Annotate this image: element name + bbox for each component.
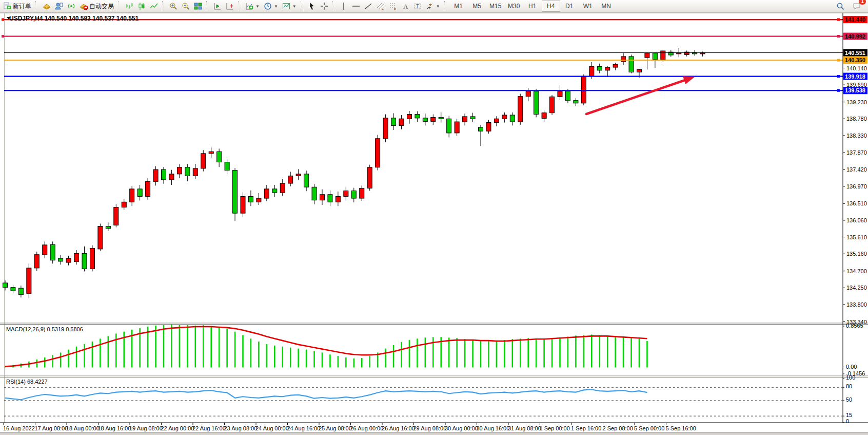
candle[interactable]	[605, 67, 610, 70]
chevron-down-icon[interactable]: ▼	[255, 4, 260, 9]
candle[interactable]	[193, 168, 198, 176]
timeframe-h4[interactable]: H4	[542, 1, 560, 12]
timeframe-mn[interactable]: MN	[597, 1, 616, 12]
candle[interactable]	[542, 113, 546, 119]
candle[interactable]	[494, 119, 499, 122]
candle[interactable]	[550, 97, 555, 112]
fibonacci-button[interactable]: F	[387, 1, 399, 12]
candle[interactable]	[486, 123, 491, 131]
candle[interactable]	[645, 53, 649, 58]
candle[interactable]	[185, 167, 190, 176]
candle[interactable]	[18, 288, 23, 294]
candle[interactable]	[312, 187, 317, 200]
candle[interactable]	[280, 183, 285, 193]
candle[interactable]	[597, 67, 602, 70]
candle[interactable]	[162, 169, 166, 180]
bar-chart-button[interactable]	[123, 1, 135, 12]
candle[interactable]	[589, 67, 594, 77]
candle[interactable]	[391, 118, 396, 126]
candle[interactable]	[272, 189, 277, 193]
candle[interactable]	[518, 97, 523, 122]
candle[interactable]	[621, 56, 626, 62]
candle[interactable]	[304, 174, 309, 187]
candle[interactable]	[360, 188, 364, 198]
candle[interactable]	[233, 171, 238, 214]
chevron-down-icon[interactable]: ▼	[274, 4, 278, 9]
candle[interactable]	[320, 195, 325, 200]
candle[interactable]	[629, 56, 634, 72]
candle[interactable]	[558, 91, 562, 97]
candle[interactable]	[114, 207, 119, 225]
candle[interactable]	[257, 198, 261, 202]
candle[interactable]	[463, 117, 467, 122]
candle[interactable]	[447, 119, 451, 133]
candle[interactable]	[296, 174, 301, 176]
candle[interactable]	[653, 53, 657, 59]
candle[interactable]	[470, 117, 475, 119]
notifications-button[interactable]: 1	[851, 1, 863, 12]
candle[interactable]	[574, 101, 578, 103]
candle[interactable]	[106, 226, 110, 229]
candle[interactable]	[613, 64, 618, 67]
candle[interactable]	[431, 117, 436, 121]
candle[interactable]	[225, 162, 229, 171]
tile-windows-button[interactable]	[192, 1, 204, 12]
shapes-button[interactable]: ▼	[424, 1, 442, 12]
candle[interactable]	[415, 115, 420, 118]
candle[interactable]	[383, 118, 388, 139]
timeframe-h1[interactable]: H1	[523, 1, 542, 12]
candle[interactable]	[502, 115, 507, 119]
candle[interactable]	[122, 202, 126, 207]
candle[interactable]	[137, 189, 142, 197]
candle[interactable]	[264, 189, 269, 198]
candle[interactable]	[27, 268, 31, 293]
line-handle[interactable]	[837, 35, 840, 37]
line-handle[interactable]	[2, 35, 4, 37]
search-button[interactable]	[834, 1, 846, 12]
trendline-button[interactable]	[362, 1, 374, 12]
trend-arrow-head[interactable]	[683, 77, 695, 85]
chart-window[interactable]: 141.440140.992140.350139.918139.538140.1…	[0, 13, 868, 435]
candle[interactable]	[130, 189, 134, 202]
channel-button[interactable]: E	[374, 1, 387, 12]
candle[interactable]	[565, 91, 570, 101]
candle[interactable]	[58, 258, 63, 261]
market-watch-button[interactable]	[53, 1, 65, 12]
timeframe-m5[interactable]: M5	[468, 1, 486, 12]
line-chart-button[interactable]	[148, 1, 160, 12]
candle[interactable]	[90, 248, 94, 269]
templates-button[interactable]: ▼	[280, 1, 299, 12]
auto-scroll-button[interactable]	[211, 1, 224, 12]
crosshair-button[interactable]	[318, 1, 330, 12]
label-button[interactable]: T	[411, 1, 424, 12]
candle[interactable]	[82, 254, 87, 269]
candle[interactable]	[661, 51, 665, 60]
candle[interactable]	[344, 191, 348, 197]
candle[interactable]	[637, 69, 642, 72]
chevron-down-icon[interactable]: ▼	[436, 4, 440, 9]
candle[interactable]	[146, 181, 150, 196]
candle[interactable]	[11, 288, 15, 291]
price-chart[interactable]: 141.440140.992140.350139.918139.538140.1…	[0, 13, 868, 435]
candle[interactable]	[3, 283, 8, 288]
text-button[interactable]: A	[399, 1, 411, 12]
candle[interactable]	[526, 91, 530, 97]
timeframe-d1[interactable]: D1	[560, 1, 579, 12]
candle[interactable]	[399, 119, 404, 125]
candle[interactable]	[479, 127, 483, 131]
candle[interactable]	[367, 167, 372, 188]
new-order-button[interactable]: 新订单	[1, 1, 33, 12]
candle[interactable]	[66, 258, 71, 262]
chart-shift-button[interactable]	[224, 1, 236, 12]
zoom-out-button[interactable]	[180, 1, 192, 12]
candle[interactable]	[351, 191, 356, 199]
line-handle[interactable]	[2, 18, 4, 21]
auto-trading-button[interactable]: 自动交易	[77, 1, 116, 12]
periods-button[interactable]: ▼	[262, 1, 280, 12]
zoom-in-button[interactable]	[167, 1, 180, 12]
candle[interactable]	[43, 245, 47, 255]
candle[interactable]	[407, 115, 411, 119]
candle[interactable]	[581, 76, 586, 103]
candle[interactable]	[169, 174, 174, 180]
candle[interactable]	[248, 196, 253, 202]
